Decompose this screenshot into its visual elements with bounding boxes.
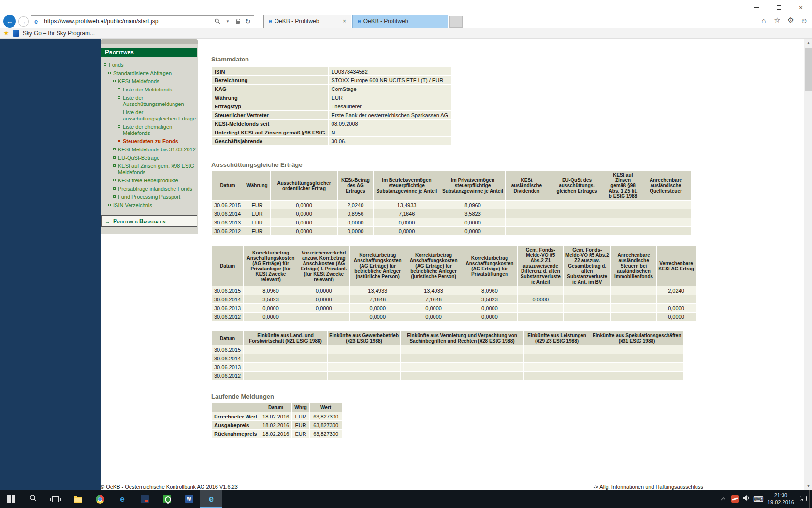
task-view-icon <box>52 496 59 502</box>
autocomplete-caret-icon[interactable]: ▾ <box>224 19 232 24</box>
table-cell: 0,0000 <box>271 209 337 218</box>
task-view-button[interactable] <box>44 490 67 508</box>
favorites-icon[interactable]: ☆ <box>772 15 782 26</box>
table-row: 30.06.20143,58230,00007,16467,16463,5823… <box>212 295 696 303</box>
taskbar-maps[interactable] <box>156 490 178 508</box>
table-cell <box>506 209 548 218</box>
basisdaten-label: Profitweb Basisdaten <box>113 218 165 224</box>
url-text[interactable]: https://www.profitweb.at/public/main/sta… <box>44 18 214 25</box>
table-cell <box>518 313 563 321</box>
sidebar-item[interactable]: ISIN Verzeichnis <box>108 202 196 209</box>
security-lock-icon[interactable] <box>234 19 242 24</box>
start-button[interactable] <box>0 490 22 508</box>
hidden-icons-button[interactable] <box>718 490 729 508</box>
home-icon[interactable]: ⌂ <box>759 15 768 26</box>
scroll-up-button[interactable]: ▲ <box>804 39 812 47</box>
app-icon <box>141 495 149 503</box>
profitweb-basisdaten-link[interactable]: → Profitweb Basisdaten <box>102 215 197 227</box>
volume-icon <box>743 494 750 504</box>
settings-gear-icon[interactable]: ⚙ <box>786 15 796 26</box>
footer-disclaimer-link[interactable]: -> Allg. Informationen und Haftungsaussc… <box>594 484 703 490</box>
table-row: 30.06.2014 <box>212 354 683 362</box>
field-value: 30.06. <box>329 137 451 145</box>
action-center-button[interactable] <box>798 490 809 508</box>
browser-tab-2[interactable]: e OeKB - Profitweb <box>352 15 448 28</box>
browser-commands: ⌂ ☆ ⚙ ☺ <box>759 15 809 26</box>
skygo-favicon-icon <box>13 30 19 37</box>
sidebar-item[interactable]: KESt-Meldefonds bis 31.03.2012 <box>113 147 196 153</box>
table-cell <box>524 354 590 362</box>
table-cell: 13,4933 <box>406 286 462 295</box>
sidebar-item-label: Liste der Meldefonds <box>123 87 172 93</box>
table-cell: 7,1646 <box>374 209 440 218</box>
table-cell <box>657 295 696 303</box>
tray-red-app[interactable] <box>729 490 741 508</box>
column-header: KESt ausländische Dividenden <box>506 171 548 200</box>
sidebar-item-label: KESt-Meldefonds bis 31.03.2012 <box>118 147 196 153</box>
table-cell: 30.06.2014 <box>212 295 243 303</box>
tab-close-icon[interactable]: × <box>342 18 347 25</box>
sidebar-item[interactable]: Liste der ausschüttungsgleichen Erträge <box>118 109 196 122</box>
table-cell: EUR <box>292 421 309 429</box>
favorites-star-icon[interactable]: ★ <box>3 30 9 37</box>
refresh-icon[interactable]: ↻ <box>244 18 252 25</box>
sidebar-item-active[interactable]: Steuerdaten zu Fonds <box>118 138 196 145</box>
taskbar-internet-explorer[interactable]: e <box>200 490 222 508</box>
table-row: 30.06.20120,00000,00000,00000,00000,0000 <box>212 313 696 321</box>
close-button[interactable]: × <box>790 0 812 15</box>
taskbar-file-explorer[interactable] <box>67 490 89 508</box>
sidebar-item[interactable]: KESt auf Zinsen gem. §98 EStG Meldefonds <box>113 163 196 176</box>
column-header: Währung <box>244 171 270 200</box>
column-header: Anrechenbare ausländische Quellensteuer <box>640 171 691 200</box>
sidebar-item[interactable]: KESt-freie Hebelprodukte <box>113 178 196 184</box>
keyboard-button[interactable]: ⌨ <box>753 490 764 508</box>
favorites-bar-link[interactable]: Sky Go – Ihr Sky Program... <box>23 30 95 37</box>
table-cell <box>590 372 683 380</box>
taskbar-chrome[interactable] <box>89 490 111 508</box>
table-cell: 8,0960 <box>244 286 298 295</box>
taskbar-app[interactable] <box>133 490 156 508</box>
volume-button[interactable] <box>741 490 753 508</box>
maximize-button[interactable] <box>768 0 790 15</box>
scrollbar-thumb[interactable] <box>805 48 812 91</box>
column-header: Im Betriebsvermögen steuerpflichtige Sub… <box>374 171 440 200</box>
footer-copyright: © OeKB - Oesterreichische Kontrollbank A… <box>101 484 238 490</box>
feedback-smiley-icon[interactable]: ☺ <box>799 15 809 26</box>
forward-button[interactable]: → <box>18 16 29 27</box>
search-icon[interactable] <box>214 18 221 24</box>
sidebar-item[interactable]: Fund Processing Passport <box>113 194 196 200</box>
field-label: Währung <box>212 93 328 102</box>
show-desktop-button[interactable] <box>809 490 812 508</box>
sidebar-item-label: Steuerdaten zu Fonds <box>123 138 178 145</box>
table-cell <box>548 209 606 218</box>
window-controls: × <box>745 0 812 15</box>
sidebar-item-label: Fonds <box>109 62 124 68</box>
sidebar-item[interactable]: Preisabfrage inländische Fonds <box>113 186 196 192</box>
scroll-down-button[interactable]: ▼ <box>804 482 812 490</box>
favorites-bar: ★ Sky Go – Ihr Sky Program... <box>0 28 812 39</box>
sidebar-item-label: EU-QuSt-Beträge <box>118 155 160 161</box>
vertical-scrollbar[interactable]: ▲ ▼ <box>804 39 812 490</box>
tab-title: OeKB - Profitweb <box>363 18 408 25</box>
field-label: ISIN <box>212 67 328 75</box>
field-label: Geschäftsjahrende <box>212 137 328 145</box>
minimize-button[interactable] <box>745 0 768 15</box>
sidebar-item[interactable]: EU-QuSt-Beträge <box>113 155 196 161</box>
back-button[interactable]: ← <box>3 15 16 28</box>
sidebar-item[interactable]: KESt-Meldefonds <box>113 78 196 85</box>
taskbar-search-button[interactable] <box>22 490 44 508</box>
sidebar-item[interactable]: Liste der Meldefonds <box>118 87 196 93</box>
taskbar-clock[interactable]: 21:30 19.02.2016 <box>764 493 798 506</box>
taskbar-edge[interactable]: e <box>111 490 133 508</box>
taskbar-word[interactable]: W <box>178 490 200 508</box>
browser-tab-1[interactable]: e OeKB - Profitweb × <box>263 15 351 28</box>
sidebar-item[interactable]: Standardisierte Abfragen <box>108 70 196 76</box>
table-cell <box>328 372 400 380</box>
sidebar-item[interactable]: Fonds <box>104 62 196 68</box>
new-tab-button[interactable] <box>450 16 463 28</box>
table-cell <box>244 345 327 354</box>
table-cell <box>564 313 610 321</box>
address-bar[interactable]: e https://www.profitweb.at/public/main/s… <box>31 15 254 27</box>
sidebar-item[interactable]: Liste der Ausschüttungsmeldungen <box>118 95 196 107</box>
sidebar-item[interactable]: Liste der ehemaligen Meldefonds <box>118 124 196 136</box>
